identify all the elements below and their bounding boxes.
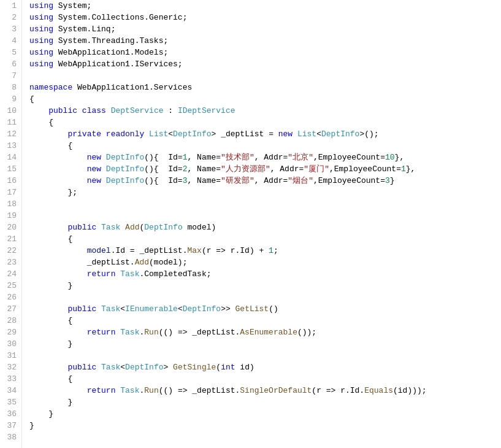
token-plain: , Name=: [188, 153, 221, 162]
token-plain: [96, 304, 101, 314]
line-number: 7: [5, 70, 17, 82]
code-line: private readonly List<DeptInfo> _deptLis…: [29, 128, 501, 140]
code-line: return Task.CompletedTask;: [29, 268, 501, 280]
line-number: 16: [5, 175, 17, 187]
token-plain: <: [316, 129, 321, 139]
token-type: DeptInfo: [106, 164, 144, 174]
code-line: [29, 350, 501, 361]
token-plain: ;: [273, 246, 278, 255]
token-ws: [29, 141, 67, 150]
token-plain: [101, 153, 106, 162]
code-line: {: [29, 233, 501, 245]
token-kw: using: [29, 36, 53, 45]
token-type: DeptInfo: [106, 176, 144, 185]
token-plain: ,EmployeeCount=: [313, 153, 385, 162]
token-kw: return: [87, 386, 116, 395]
line-number: 30: [5, 338, 17, 350]
code-line: }: [29, 396, 501, 408]
token-punct: {: [67, 234, 72, 244]
line-number: 13: [5, 140, 17, 152]
token-num: 1: [269, 246, 273, 255]
line-number: 18: [5, 198, 17, 210]
token-plain: (: [216, 363, 221, 372]
token-type: DeptInfo: [173, 129, 211, 139]
token-type: Task: [101, 363, 120, 372]
token-string: "研发部": [221, 176, 254, 185]
line-number: 35: [5, 396, 17, 408]
token-plain: > _deptList =: [212, 129, 278, 139]
code-line: }: [29, 338, 501, 350]
token-plain: <: [120, 304, 125, 314]
code-line: new DeptInfo(){ Id=3, Name="研发部", Addr="…: [29, 175, 501, 187]
line-number: 6: [5, 58, 17, 70]
token-kw: public: [48, 106, 77, 115]
token-punct: };: [67, 188, 77, 197]
token-punct: }: [67, 281, 72, 290]
line-number: 12: [5, 128, 17, 140]
token-ws: [29, 328, 87, 337]
line-number: 26: [5, 292, 17, 303]
token-kw: new: [278, 129, 293, 139]
token-plain: (id)));: [393, 386, 427, 395]
code-line: public Task Add(DeptInfo model): [29, 222, 501, 233]
token-ws: [29, 234, 67, 244]
token-punct: }: [29, 421, 34, 430]
code-line: using System.Linq;: [29, 23, 501, 35]
code-line: _deptList.Add(model);: [29, 257, 501, 268]
code-line: using System.Threading.Tasks;: [29, 35, 501, 47]
token-type: DeptInfo: [125, 363, 163, 372]
code-line: return Task.Run(() => _deptList.SingleOr…: [29, 385, 501, 396]
token-kw: using: [29, 48, 53, 57]
token-iface: IDeptService: [178, 106, 235, 115]
token-ns: System.Collections.Generic;: [53, 13, 187, 22]
token-plain: (() => _deptList.: [159, 328, 240, 337]
token-plain: .CompletedTask;: [139, 269, 211, 279]
line-number: 23: [5, 257, 17, 268]
token-string: "人力资源部": [221, 164, 270, 174]
code-line: new DeptInfo(){ Id=2, Name="人力资源部", Addr…: [29, 163, 501, 175]
token-plain: [101, 176, 106, 185]
token-plain: (): [269, 304, 278, 314]
code-editor: 1234567891011121314151617181920212223242…: [0, 0, 501, 448]
token-num: 3: [183, 176, 188, 185]
code-line: [29, 198, 501, 210]
token-kw: using: [29, 25, 53, 34]
token-plain: >: [164, 363, 174, 372]
token-kw: return: [87, 269, 116, 279]
token-plain: (){ Id=: [144, 176, 182, 185]
token-plain: [101, 164, 106, 174]
token-kw: public: [67, 363, 96, 372]
token-type: Task: [120, 269, 139, 279]
token-kw: class: [82, 106, 106, 115]
token-ws: [29, 164, 87, 174]
token-method: Max: [187, 246, 201, 255]
token-plain: , Addr=: [270, 164, 304, 174]
code-line: public Task<DeptInfo> GetSingle(int id): [29, 361, 501, 373]
token-type: DeptService: [111, 106, 164, 115]
code-area[interactable]: using System;using System.Collections.Ge…: [22, 0, 501, 448]
token-ws: [29, 339, 67, 349]
token-type: IEnumerable: [125, 304, 178, 314]
token-method: GetSingle: [173, 363, 216, 372]
token-plain: <: [168, 129, 173, 139]
token-type: Task: [120, 386, 139, 395]
token-plain: ());: [297, 328, 316, 337]
token-string: "技术部": [221, 153, 254, 162]
token-method: Run: [144, 386, 158, 395]
token-ws: [29, 223, 67, 232]
token-ns: System.Threading.Tasks;: [53, 36, 168, 45]
line-number: 2: [5, 12, 17, 23]
token-kw: public: [67, 304, 96, 314]
token-kw: new: [87, 164, 101, 174]
token-type: DeptInfo: [321, 129, 359, 139]
token-ns: WebApplication1.IServices;: [53, 60, 183, 69]
token-plain: <: [120, 363, 125, 372]
token-ws: [29, 258, 87, 267]
token-plain: .Id = _deptList.: [111, 246, 188, 255]
token-plain: [77, 106, 82, 115]
code-line: {: [29, 93, 501, 105]
token-plain: >();: [359, 129, 378, 139]
token-punct: {: [29, 95, 34, 104]
line-number: 3: [5, 23, 17, 35]
token-ws: [29, 176, 87, 185]
